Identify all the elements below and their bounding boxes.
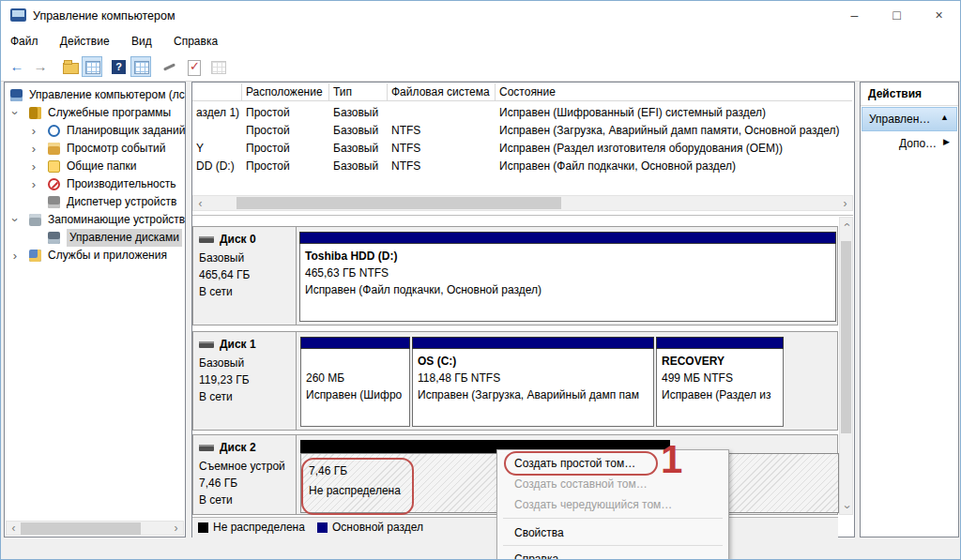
disk-0-label[interactable]: Диск 0 Базовый 465,64 ГБ В сети — [193, 227, 297, 325]
close-button[interactable]: × — [918, 1, 960, 31]
collapse-icon[interactable]: ▲ — [940, 113, 949, 122]
tree-item-storage[interactable]: › Запоминающие устройств — [5, 211, 185, 229]
scrollbar-thumb[interactable] — [236, 197, 561, 209]
volume-size: 499 МБ NTFS — [662, 371, 733, 385]
column-layout[interactable]: Расположение — [242, 83, 329, 101]
menu-item-create-striped-volume[interactable]: Создать чередующийся том… — [499, 495, 726, 514]
tree-item-label: Диспетчер устройств — [67, 193, 176, 211]
partition-color-bar — [656, 337, 784, 349]
tree-item-label: Служебные программы — [48, 104, 171, 122]
services-icon — [29, 250, 41, 262]
tree-item-device-manager[interactable]: Диспетчер устройств — [5, 193, 185, 211]
chevron-down-icon[interactable]: › — [10, 211, 20, 229]
cell-layout: Простой — [242, 104, 329, 122]
refresh-tool-button[interactable] — [159, 56, 179, 77]
scroll-left-icon[interactable]: › — [7, 522, 21, 536]
scroll-left-icon[interactable]: › — [193, 197, 207, 211]
volume-list: аздел 1) Простой Базовый Исправен (Шифро… — [192, 104, 853, 179]
menu-item-create-spanned-volume[interactable]: Создать составной том… — [499, 475, 726, 493]
app-icon — [10, 8, 26, 22]
computer-icon — [10, 89, 23, 101]
column-status[interactable]: Состояние — [496, 83, 852, 101]
scroll-up-icon[interactable]: › — [840, 218, 854, 232]
volume-recovery[interactable]: RECOVERY 499 МБ NTFS Исправен (Раздел из — [656, 337, 784, 427]
menu-file[interactable]: Файл — [1, 31, 48, 53]
export-list-button[interactable] — [59, 56, 80, 77]
volume-title: RECOVERY — [662, 355, 725, 368]
help-button[interactable]: ? — [108, 56, 129, 77]
tree-item-task-scheduler[interactable]: › Планировщик заданий — [5, 122, 185, 140]
chevron-right-icon[interactable]: › — [10, 247, 20, 265]
disk-name: Диск 2 — [220, 441, 256, 454]
scroll-down-icon[interactable]: › — [840, 500, 854, 514]
volume-state: Исправен (Загрузка, Аварийный дамп пам — [418, 388, 639, 401]
tree-item-computer-management[interactable]: Управление компьютером (лс — [5, 86, 185, 104]
actions-group-item[interactable]: Управлен… ▲ — [862, 107, 957, 131]
chevron-right-icon[interactable]: › — [29, 122, 38, 140]
disk-status: В сети — [199, 285, 233, 298]
table-row[interactable]: Y Простой Базовый NTFS Исправен (Раздел … — [192, 140, 853, 158]
volume-list-header: Расположение Тип Файловая система Состоя… — [192, 83, 853, 102]
cell-type: Базовый — [329, 140, 388, 158]
tree-item-performance[interactable]: › Производительность — [5, 175, 185, 193]
chevron-right-icon[interactable]: › — [29, 140, 38, 158]
disk-view-vertical-scrollbar[interactable]: › › — [839, 217, 853, 515]
toolbar: ← → ? ✓ — [1, 53, 960, 82]
menu-separator — [503, 518, 723, 519]
chevron-down-icon[interactable]: › — [10, 104, 20, 122]
disk-2-label[interactable]: Диск 2 Съемное устрой 7,46 ГБ В сети — [193, 435, 297, 514]
column-filesystem[interactable]: Файловая система — [388, 83, 496, 101]
tree-item-shared-folders[interactable]: › Общие папки — [5, 158, 185, 175]
menu-help[interactable]: Справка — [164, 31, 227, 53]
scrollbar-thumb[interactable] — [841, 241, 851, 433]
disk-0-row: Диск 0 Базовый 465,64 ГБ В сети Toshiba … — [192, 226, 838, 325]
table-row[interactable]: аздел 1) Простой Базовый Исправен (Шифро… — [192, 104, 853, 122]
tree-item-event-viewer[interactable]: › Просмотр событий — [5, 140, 185, 158]
console-tree-button[interactable] — [130, 56, 151, 77]
menu-item-properties[interactable]: Свойства — [499, 523, 726, 542]
table-row[interactable]: Простой Базовый NTFS Исправен (Загрузка,… — [192, 122, 853, 140]
scroll-right-icon[interactable]: › — [838, 197, 852, 211]
back-button[interactable]: ← — [7, 56, 27, 77]
chevron-right-icon[interactable]: › — [29, 175, 38, 193]
disabled-panel-button — [207, 56, 228, 77]
tree-item-label: Запоминающие устройств — [48, 211, 185, 229]
maximize-button[interactable]: □ — [876, 1, 918, 31]
volume-body: OS (C:) 118,48 ГБ NTFS Исправен (Загрузк… — [412, 349, 654, 427]
unallocated-state: Не распределена — [309, 484, 401, 497]
disk-1-label[interactable]: Диск 1 Базовый 119,23 ГБ В сети — [193, 332, 297, 430]
action-check-button[interactable]: ✓ — [183, 56, 204, 77]
menu-action[interactable]: Действие — [51, 31, 119, 53]
unallocated-size: 7,46 ГБ — [309, 464, 347, 477]
menu-item-help[interactable]: Справка — [499, 550, 726, 560]
list-horizontal-scrollbar[interactable]: › › — [192, 195, 853, 211]
chevron-right-icon[interactable]: › — [29, 158, 38, 175]
tree-item-label-selected: Управление дисками — [67, 229, 182, 247]
tree-item-services-apps[interactable]: › Службы и приложения — [5, 247, 185, 265]
table-row[interactable]: DD (D:) Простой Базовый NTFS Исправен (Ф… — [192, 158, 853, 175]
minimize-button[interactable]: – — [833, 1, 876, 31]
actions-more-item[interactable]: Допо… ▶ — [862, 133, 957, 156]
tree-horizontal-scrollbar[interactable]: › › — [6, 521, 184, 536]
menu-view[interactable]: Вид — [122, 31, 161, 53]
tree-item-system-tools[interactable]: › Служебные программы — [5, 104, 185, 122]
volume-title: Toshiba HDD (D:) — [305, 250, 397, 263]
scrollbar-thumb[interactable] — [21, 522, 141, 535]
properties-button[interactable] — [82, 56, 102, 77]
disk-1-row: Диск 1 Базовый 119,23 ГБ В сети 260 МБ И… — [192, 331, 838, 431]
column-type[interactable]: Тип — [329, 83, 388, 101]
expand-icon[interactable]: ▶ — [943, 137, 950, 146]
forward-button[interactable]: → — [30, 56, 51, 77]
scroll-right-icon[interactable]: › — [169, 522, 183, 536]
column-volume[interactable] — [192, 83, 242, 101]
cell-volume — [192, 122, 242, 140]
folder-icon — [63, 63, 79, 74]
volume-efi[interactable]: 260 МБ Исправен (Шифро — [300, 337, 410, 427]
tree-item-disk-management[interactable]: Управление дисками — [5, 229, 185, 247]
volume-toshiba-hdd[interactable]: Toshiba HDD (D:) 465,63 ГБ NTFS Исправен… — [299, 232, 836, 322]
volume-body: RECOVERY 499 МБ NTFS Исправен (Раздел из — [656, 349, 784, 427]
volume-os-c[interactable]: OS (C:) 118,48 ГБ NTFS Исправен (Загрузк… — [412, 337, 654, 427]
actions-pane: Действия Управлен… ▲ Допо… ▶ — [860, 82, 959, 537]
disk-management-icon — [48, 232, 60, 244]
menu-item-create-simple-volume[interactable]: Создать простой том… — [499, 454, 726, 473]
